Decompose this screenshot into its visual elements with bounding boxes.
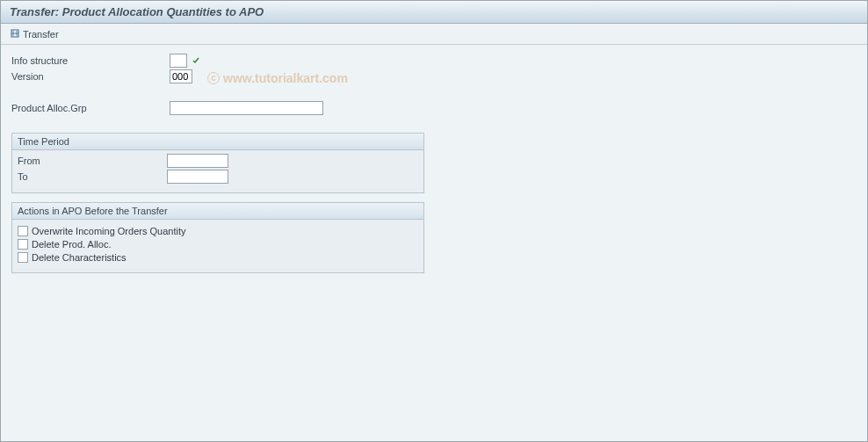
prod-alloc-grp-field[interactable] (170, 101, 323, 115)
overwrite-label: Overwrite Incoming Orders Quantity (32, 226, 185, 236)
info-structure-field[interactable] (170, 54, 187, 68)
to-field[interactable] (167, 170, 228, 184)
delete-prod-alloc-row: Delete Prod. Alloc. (18, 239, 418, 250)
overwrite-checkbox[interactable] (18, 226, 28, 236)
to-label: To (18, 170, 167, 184)
transfer-button[interactable]: Transfer (8, 27, 61, 41)
main-canvas: c www.tutorialkart.com Info structure Ve… (1, 45, 867, 441)
version-row: Version (11, 69, 857, 83)
info-structure-label: Info structure (11, 54, 170, 68)
time-period-group: Time Period From To (11, 133, 424, 193)
overwrite-row: Overwrite Incoming Orders Quantity (18, 226, 418, 236)
execute-icon (10, 28, 20, 40)
delete-characteristics-label: Delete Characteristics (32, 252, 127, 263)
transfer-button-label: Transfer (23, 29, 59, 40)
prod-alloc-grp-row: Product Alloc.Grp (11, 101, 857, 115)
from-label: From (18, 154, 167, 168)
application-toolbar: Transfer (1, 24, 867, 45)
page-title: Transfer: Product Allocation Quantities … (10, 5, 264, 18)
from-field[interactable] (167, 154, 228, 168)
prod-alloc-grp-label: Product Alloc.Grp (11, 101, 170, 115)
delete-prod-alloc-label: Delete Prod. Alloc. (32, 239, 112, 250)
delete-prod-alloc-checkbox[interactable] (18, 239, 28, 250)
required-icon (187, 54, 205, 68)
to-row: To (18, 170, 418, 184)
info-structure-row: Info structure (11, 54, 857, 68)
time-period-heading: Time Period (12, 134, 423, 150)
delete-characteristics-checkbox[interactable] (18, 252, 28, 263)
version-label: Version (11, 69, 170, 83)
delete-characteristics-row: Delete Characteristics (18, 252, 418, 263)
version-field[interactable] (170, 69, 192, 83)
title-bar: Transfer: Product Allocation Quantities … (1, 1, 867, 24)
from-row: From (18, 154, 418, 168)
actions-heading: Actions in APO Before the Transfer (12, 203, 423, 220)
actions-group: Actions in APO Before the Transfer Overw… (11, 202, 424, 273)
